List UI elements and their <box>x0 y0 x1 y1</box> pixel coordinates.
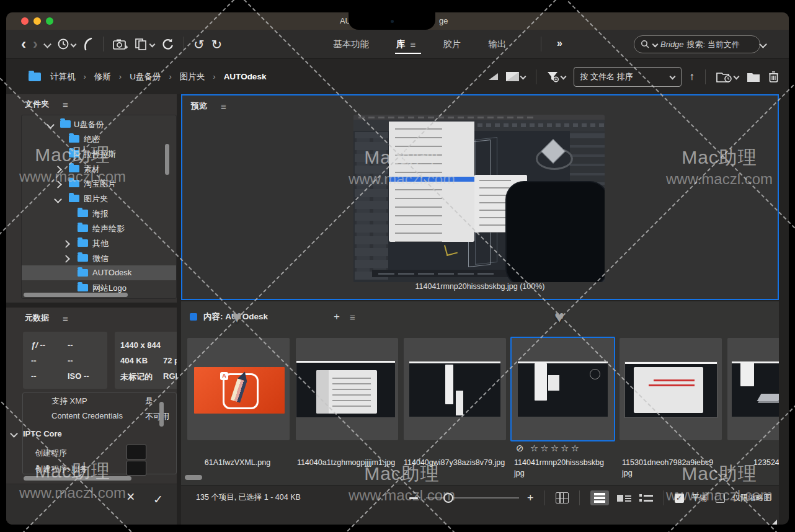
folder-icon <box>69 165 79 172</box>
status-bar: 135 个项目, 已选择 1 - 404 KB + ✓ 平铺 仅限缩略图 <box>181 485 779 525</box>
refresh-button[interactable] <box>161 38 174 51</box>
folder-row[interactable]: U盘备份 <box>22 117 176 131</box>
panel-menu-icon[interactable]: ≡ <box>221 101 226 112</box>
metadata-apply-button[interactable]: ✓ <box>153 492 163 507</box>
thumbnail-quality-icon[interactable] <box>489 73 498 80</box>
thumbnail-card[interactable]: A <box>187 338 290 440</box>
metadata-cancel-button[interactable]: × <box>127 489 135 505</box>
thumbnail-filename[interactable]: 114040a1tzghmogpjjjjm1.jpg <box>296 458 396 468</box>
new-folder-button[interactable] <box>747 71 760 82</box>
thumbnail-size-slider[interactable] <box>426 497 519 499</box>
metadata-vertical-scrollbar[interactable] <box>159 402 164 427</box>
forward-button[interactable]: › <box>33 37 38 51</box>
folder-row[interactable]: 图片夹 <box>22 191 176 206</box>
folders-panel: 文件夹 ≡ U盘备份绝密拉普拉斯素材淘宝图片图片夹海报绘声绘影其他微信AUTOd… <box>6 94 177 303</box>
folder-row[interactable]: 拉普拉斯 <box>22 146 176 161</box>
filter-button[interactable] <box>547 71 566 82</box>
metadata-horizontal-scrollbar[interactable] <box>24 476 131 481</box>
search-dropdown-icon[interactable] <box>759 40 767 48</box>
history-dropdown-icon[interactable] <box>43 40 51 48</box>
tree-expander-icon[interactable] <box>54 195 62 203</box>
thumbnail-card[interactable] <box>404 338 506 440</box>
minimize-button[interactable] <box>33 17 41 25</box>
view-thumbnails-button[interactable] <box>590 490 609 505</box>
thumbnail-card[interactable] <box>296 338 398 440</box>
recent-history-button[interactable] <box>57 38 76 50</box>
thumbnail-card[interactable] <box>510 337 615 441</box>
thumbnail-card[interactable] <box>727 338 779 440</box>
slider-knob[interactable] <box>443 493 453 503</box>
content-horizontal-scrollbar[interactable] <box>185 475 202 480</box>
preview-panel[interactable]: 预览 ≡ 114041rmnp20hisssbskbg.jpg (100%) <box>181 94 779 300</box>
breadcrumb-item[interactable]: U盘备份 <box>130 71 161 82</box>
add-content-button[interactable]: + <box>334 311 340 323</box>
tab-4[interactable]: 输出 <box>488 30 506 58</box>
breadcrumb-item[interactable]: AUTOdesk <box>224 72 267 81</box>
thumbnail-card[interactable] <box>620 338 722 440</box>
folder-icon <box>78 210 88 217</box>
breadcrumb-item[interactable]: 修斯 <box>94 71 111 82</box>
folder-row[interactable]: 海报 <box>22 206 176 221</box>
delete-button[interactable] <box>768 71 779 83</box>
metadata-field-input[interactable] <box>127 461 146 476</box>
view-list-button[interactable] <box>639 494 653 502</box>
undo-button[interactable]: ↺ <box>193 38 205 51</box>
back-button[interactable]: ‹ <box>21 37 26 51</box>
boomerang-button[interactable] <box>82 37 94 51</box>
sort-direction-button[interactable]: ↑ <box>690 71 695 83</box>
folders-horizontal-scrollbar[interactable] <box>24 293 128 297</box>
search-scope-chevron-icon[interactable] <box>652 42 659 48</box>
panel-menu-icon[interactable]: ≡ <box>350 312 355 322</box>
close-button[interactable] <box>21 17 29 25</box>
preview-quality-button[interactable] <box>506 72 525 81</box>
thumbnail-filename[interactable]: 114040gwi87y38azis8v79.jpg <box>404 458 504 468</box>
breadcrumb-item[interactable]: 计算机 <box>50 71 76 82</box>
folder-row[interactable]: AUTOdesk <box>22 265 176 280</box>
tiled-checkbox[interactable]: ✓ <box>675 494 684 503</box>
folder-row[interactable]: 微信 <box>22 250 176 265</box>
panel-menu-icon[interactable]: ≡ <box>63 313 68 324</box>
zoom-out-button[interactable] <box>409 497 418 499</box>
tab-1[interactable]: 基本功能 <box>333 30 369 58</box>
breadcrumb-separator-icon: › <box>213 72 215 81</box>
zoom-in-button[interactable]: + <box>527 492 534 503</box>
thumbnail-filename[interactable]: 61A1fwzVXML.png <box>187 458 288 468</box>
metadata-field-input[interactable] <box>127 445 146 459</box>
folder-row[interactable]: 其他 <box>22 236 176 250</box>
tab-2[interactable]: 库≡ <box>396 30 415 58</box>
tab-menu-icon[interactable]: ≡ <box>411 39 416 50</box>
recent-files-button[interactable] <box>716 71 739 83</box>
folders-vertical-scrollbar[interactable] <box>165 144 169 175</box>
breadcrumb-item[interactable]: 图片夹 <box>180 71 205 82</box>
panel-menu-icon[interactable]: ≡ <box>63 99 68 110</box>
resize-grip[interactable] <box>772 520 777 525</box>
folder-row[interactable]: 素材 <box>22 161 176 176</box>
metadata-prop-value: 不可用 <box>145 411 169 422</box>
file-value: 404 KB <box>120 356 148 365</box>
view-details-button[interactable] <box>617 494 631 503</box>
folder-row[interactable]: 绘声绘影 <box>22 221 176 236</box>
lock-grid-button[interactable] <box>556 492 569 503</box>
search-input[interactable]: Bridge 搜索: 当前文件 <box>634 35 760 53</box>
thumbnail-filename[interactable]: 123524cij58m <box>727 458 779 468</box>
thumbnails-only-checkbox[interactable] <box>716 494 725 503</box>
exif-value: -- <box>31 371 37 381</box>
batch-rename-button[interactable] <box>135 38 154 50</box>
tab-3[interactable]: 胶片 <box>443 30 461 58</box>
thumbnail-filename[interactable]: 115301dneoh7982a9iebc9 jpg <box>622 458 722 479</box>
tree-expander-icon[interactable] <box>54 180 62 188</box>
metadata-section-iptc[interactable]: IPTC Core <box>11 429 62 438</box>
thumbnail-filename[interactable]: 114041rmnp20hisssbskbg jpg <box>514 458 615 479</box>
tree-expander-icon[interactable] <box>47 121 55 129</box>
folder-row[interactable]: 绝密 <box>22 131 176 146</box>
get-photos-button[interactable] <box>113 38 128 50</box>
zoom-button[interactable] <box>46 17 53 25</box>
folder-row[interactable]: 淘宝图片 <box>22 176 176 191</box>
tree-expander-icon[interactable] <box>54 166 62 174</box>
rating-row[interactable]: ⊘ ☆☆☆☆☆ <box>516 443 581 454</box>
sort-dropdown[interactable]: 按 文件名 排序 <box>574 67 682 87</box>
tree-expander-icon[interactable] <box>62 240 70 248</box>
workspace-overflow-button[interactable]: » <box>557 38 562 49</box>
tree-expander-icon[interactable] <box>62 255 70 263</box>
redo-button[interactable]: ↻ <box>211 38 223 51</box>
